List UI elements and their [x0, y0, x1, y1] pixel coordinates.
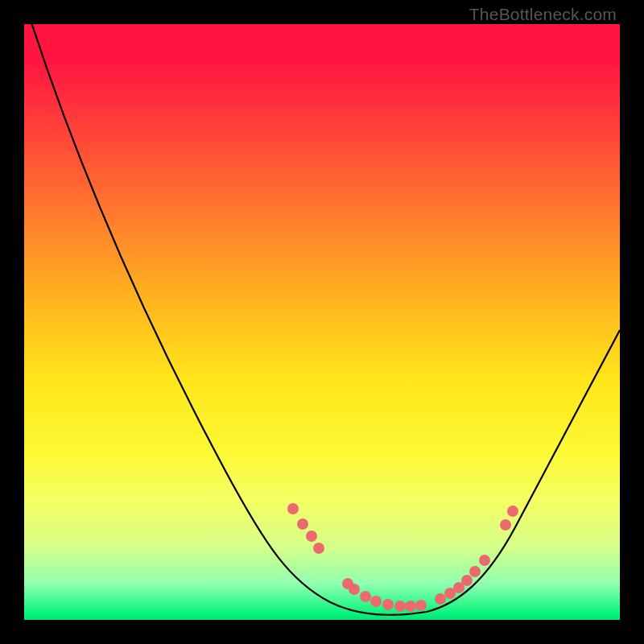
data-marker	[382, 599, 394, 610]
data-marker	[370, 596, 382, 607]
chart-svg	[24, 24, 620, 620]
data-marker	[287, 503, 299, 514]
data-marker	[415, 600, 427, 611]
bottleneck-curve-path	[24, 24, 620, 615]
data-marker	[461, 575, 473, 586]
data-marker	[360, 591, 371, 602]
plot-area	[24, 24, 620, 620]
data-marker	[507, 506, 518, 517]
data-marker	[405, 601, 416, 612]
watermark-text: TheBottleneck.com	[469, 5, 617, 24]
marker-group	[287, 503, 518, 612]
chart-frame	[24, 24, 620, 620]
data-marker	[479, 555, 490, 566]
data-marker	[469, 566, 481, 577]
data-marker	[435, 593, 446, 605]
data-marker	[306, 530, 317, 542]
data-marker	[349, 584, 360, 595]
data-marker	[313, 543, 324, 554]
data-marker	[297, 518, 308, 530]
data-marker	[394, 601, 406, 612]
data-marker	[500, 519, 511, 530]
